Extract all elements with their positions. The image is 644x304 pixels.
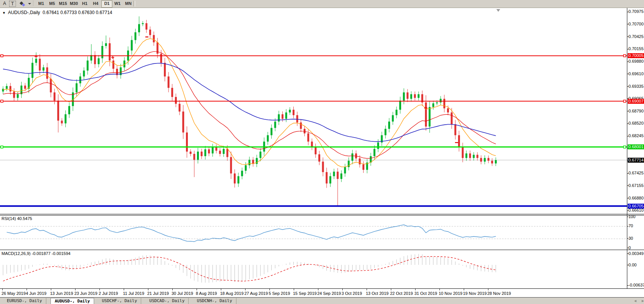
- candle-body: [238, 176, 239, 184]
- chevron-down-icon[interactable]: ▼: [2, 11, 6, 15]
- date-axis-tick: [367, 289, 367, 290]
- axis-tick: [627, 49, 628, 49]
- axis-tick: [627, 198, 628, 198]
- text-tool-button[interactable]: T: [9, 1, 16, 7]
- timeframe-button-mn[interactable]: MN: [123, 0, 134, 7]
- dash-marker-icon[interactable]: [424, 108, 427, 108]
- candle-body: [440, 99, 442, 103]
- timeframe-button-h1[interactable]: H1: [80, 0, 90, 7]
- candle-body: [87, 60, 88, 70]
- candle-body: [322, 162, 324, 172]
- date-axis-tick: [148, 289, 148, 290]
- candle-body: [145, 23, 147, 30]
- date-axis-tick: [221, 289, 221, 290]
- price-line-label: 0.67714: [628, 158, 644, 163]
- objects-palette-icon[interactable]: [19, 1, 27, 6]
- main-chart-panel[interactable]: [0, 8, 644, 214]
- candlestick-chart[interactable]: [0, 8, 644, 214]
- axis-tick: [627, 238, 628, 239]
- candle-body: [432, 103, 434, 107]
- date-label: 19 Nov 2019: [463, 291, 487, 296]
- arrow-tool-button[interactable]: A: [1, 0, 8, 7]
- rsi-panel[interactable]: [0, 215, 644, 250]
- candle-body: [223, 149, 225, 154]
- line-handle[interactable]: [1, 146, 3, 148]
- date-label: 2 Jul 2019: [99, 291, 118, 296]
- candle-body: [149, 30, 151, 35]
- candle-body: [315, 147, 316, 154]
- toolbar: A T M1M5M15M30H1H4D1W1MN: [0, 0, 644, 8]
- date-label: 21 Jul 2019: [147, 291, 169, 296]
- dash-marker-icon[interactable]: [455, 142, 458, 143]
- timeframe-button-m1[interactable]: M1: [36, 0, 46, 7]
- tab-scroll-left-icon[interactable]: ◄: [633, 299, 638, 303]
- price-tick-label: 0.68520: [628, 121, 644, 126]
- candle-body: [171, 88, 173, 97]
- line-handle[interactable]: [624, 55, 626, 57]
- candle-body: [384, 129, 386, 135]
- candle-body: [142, 23, 144, 24]
- candle-body: [219, 151, 221, 154]
- line-handle[interactable]: [624, 100, 626, 102]
- line-handle[interactable]: [1, 100, 3, 102]
- candle-body: [227, 149, 228, 157]
- line-handle[interactable]: [1, 55, 3, 57]
- axis-tick: [627, 86, 628, 87]
- candle-body: [289, 110, 291, 112]
- timeframe-button-w1[interactable]: W1: [112, 0, 123, 7]
- price-line-label: 0.68001: [628, 144, 644, 149]
- candle-body: [465, 154, 467, 158]
- date-axis-tick: [245, 289, 246, 290]
- dash-marker-icon[interactable]: [145, 36, 148, 37]
- candle-body: [256, 158, 258, 164]
- tab-eurusd[interactable]: EURUSD-, Daily: [3, 298, 46, 304]
- chart-shift-marker-icon[interactable]: [496, 9, 500, 12]
- candle-body: [373, 149, 375, 156]
- candle-body: [425, 103, 427, 127]
- candle-body: [65, 114, 66, 124]
- candle-body: [241, 171, 243, 176]
- timeframe-button-m5[interactable]: M5: [47, 0, 57, 7]
- axis-tick: [627, 12, 628, 12]
- timeframe-button-m30[interactable]: M30: [69, 0, 79, 7]
- chevron-down-icon[interactable]: [28, 3, 31, 5]
- price-line-label: 0.70005: [628, 53, 644, 58]
- macd-label: MACD(12,26,9) -0.001877 -0.001594: [2, 251, 71, 256]
- candle-body: [296, 115, 298, 122]
- tab-usdcnh[interactable]: USDCNH-, Daily: [193, 298, 236, 304]
- price-tick-label: 0.70700: [628, 22, 644, 27]
- tab-usdchf[interactable]: USDCHF-, Daily: [98, 298, 141, 304]
- timeframe-button-h4[interactable]: H4: [91, 0, 101, 7]
- candle-body: [76, 83, 77, 92]
- candle-body: [39, 59, 41, 71]
- price-tick-label: 0.68790: [628, 109, 644, 114]
- timeframe-button-d1[interactable]: D1: [101, 0, 112, 8]
- candle-body: [451, 112, 453, 124]
- macd-panel[interactable]: [0, 250, 644, 289]
- tab-scroll-right-icon[interactable]: ►: [641, 299, 644, 303]
- candle-body: [417, 94, 419, 98]
- price-tick-label: 0.00349: [628, 251, 644, 256]
- diamonds-icon: [19, 2, 27, 6]
- candle-body: [399, 101, 401, 110]
- candle-body: [31, 63, 33, 78]
- candle-body: [249, 160, 250, 165]
- axis-tick: [627, 136, 628, 136]
- candle-body: [344, 167, 346, 174]
- timeframe-button-m15[interactable]: M15: [58, 0, 68, 7]
- axis-tick: [627, 124, 628, 124]
- candle-body: [24, 86, 26, 89]
- candle-body: [50, 79, 52, 92]
- price-tick-label: 0.66610: [628, 208, 644, 213]
- line-handle[interactable]: [624, 146, 626, 148]
- price-tick-label: 70: [628, 223, 633, 228]
- candle-body: [9, 86, 11, 91]
- date-axis-tick: [99, 289, 100, 290]
- axis-tick: [627, 253, 628, 254]
- tab-usdcad[interactable]: USDCAD-, Daily: [146, 298, 189, 304]
- candle-body: [362, 164, 364, 169]
- candle-body: [212, 147, 214, 154]
- toolbar-separator: [33, 1, 34, 6]
- tab-audusd[interactable]: AUDUSD-, Daily: [50, 298, 94, 304]
- candle-body: [429, 107, 431, 127]
